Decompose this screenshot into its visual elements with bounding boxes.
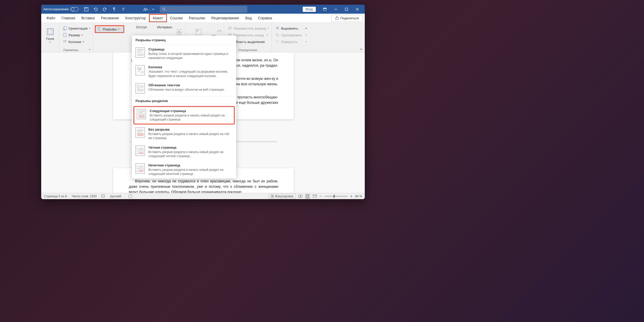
margins-icon bbox=[46, 28, 54, 36]
view-web-icon[interactable] bbox=[313, 194, 317, 198]
size-label: Размер bbox=[69, 33, 80, 37]
size-button[interactable]: Размер ▾ bbox=[61, 32, 90, 38]
svg-rect-7 bbox=[345, 8, 348, 11]
collapse-ribbon-icon[interactable] bbox=[360, 48, 363, 50]
page-setup-launcher[interactable]: ↘ bbox=[88, 48, 91, 51]
redo-icon[interactable] bbox=[100, 5, 109, 13]
tab-file[interactable]: Файл bbox=[43, 14, 58, 22]
tab-layout[interactable]: Макет bbox=[149, 14, 167, 22]
tab-design[interactable]: Конструктор bbox=[122, 14, 149, 22]
focus-icon bbox=[271, 195, 274, 198]
status-page[interactable]: Страница 5 из 6 bbox=[44, 194, 67, 198]
wrap-icon bbox=[216, 27, 223, 34]
autosave-label: Автосохранение bbox=[43, 7, 69, 11]
view-print-icon[interactable] bbox=[305, 194, 310, 199]
customize-qat-icon[interactable] bbox=[119, 5, 128, 13]
status-words[interactable]: Число слов: 1550 bbox=[72, 194, 97, 198]
textwrap-break-title: Обтекание текстом bbox=[148, 83, 233, 87]
next-page-break-desc: Вставить разрыв раздела и начать новый р… bbox=[150, 113, 231, 122]
orientation-label: Ориентация bbox=[69, 27, 88, 30]
svg-rect-11 bbox=[47, 29, 53, 35]
odd-page-break-icon: 13 bbox=[135, 163, 145, 174]
spellcheck-icon[interactable] bbox=[101, 194, 105, 198]
login-button[interactable]: Вход bbox=[303, 7, 316, 12]
zoom-out-button[interactable]: − bbox=[319, 194, 322, 199]
svg-rect-56 bbox=[137, 86, 140, 88]
zoom-slider[interactable] bbox=[324, 196, 348, 197]
maximize-button[interactable] bbox=[341, 5, 352, 13]
save-icon[interactable] bbox=[82, 5, 91, 13]
tab-draw[interactable]: Рисование bbox=[98, 14, 122, 22]
page-break-icon bbox=[135, 47, 145, 58]
zoom-level[interactable]: 84 % bbox=[355, 194, 362, 198]
dropdown-header-page-breaks: Разрывы страниц bbox=[132, 36, 236, 45]
tab-references[interactable]: Ссылки bbox=[167, 14, 186, 22]
search-input[interactable] bbox=[168, 7, 245, 11]
svg-point-2 bbox=[163, 8, 165, 10]
break-odd-page-item[interactable]: 13 Нечетная страницаВставить разрыв разд… bbox=[132, 161, 236, 179]
break-column-item[interactable]: КолонкаУказывает, что текст, следующий з… bbox=[132, 63, 236, 80]
share-button[interactable]: Поделиться bbox=[331, 15, 363, 22]
tab-insert[interactable]: Вставка bbox=[78, 14, 98, 22]
columns-icon bbox=[63, 40, 67, 44]
share-icon bbox=[335, 16, 339, 20]
svg-rect-26 bbox=[196, 30, 198, 31]
toggle-icon bbox=[70, 7, 79, 11]
page-break-desc: Выбор точки, в которой заканчивается одн… bbox=[148, 52, 233, 60]
bring-forward-button[interactable]: Переместить вперед ▾ bbox=[226, 25, 269, 31]
svg-rect-42 bbox=[307, 195, 309, 198]
undo-icon[interactable] bbox=[91, 5, 100, 13]
tab-help[interactable]: Справка bbox=[255, 14, 275, 22]
orientation-button[interactable]: Ориентация ▾ bbox=[61, 25, 90, 31]
textwrap-break-icon bbox=[135, 83, 145, 94]
break-even-page-item[interactable]: 24 Четная страницаВставить разрыв раздел… bbox=[132, 143, 236, 161]
break-textwrap-item[interactable]: Обтекание текстомОбтекание текста вокруг… bbox=[132, 81, 236, 96]
align-icon bbox=[275, 26, 279, 30]
autosave-toggle[interactable]: Автосохранение bbox=[43, 7, 79, 11]
bring-forward-icon bbox=[228, 26, 232, 30]
continuous-break-title: Без разрыва bbox=[148, 128, 233, 131]
break-page-item[interactable]: СтраницаВыбор точки, в которой заканчива… bbox=[132, 45, 236, 63]
svg-point-37 bbox=[129, 194, 132, 198]
doc-title: До… bbox=[143, 7, 151, 11]
view-read-icon[interactable] bbox=[298, 194, 302, 198]
search-icon bbox=[162, 7, 166, 11]
indent-label: Отступ bbox=[136, 25, 147, 29]
paragraph: Впрочем, он никогда не отдавался в плен … bbox=[129, 179, 278, 193]
position-icon bbox=[195, 28, 202, 36]
share-label: Поделиться bbox=[340, 16, 359, 20]
spacing-label: Интервал bbox=[157, 25, 172, 29]
tab-home[interactable]: Главная bbox=[58, 14, 78, 22]
align-button[interactable]: Выровнять ▾ bbox=[274, 25, 308, 31]
break-next-page-item[interactable]: Следующая страницаВставить разрыв раздел… bbox=[133, 106, 235, 124]
ribbon-tabs: Файл Главная Вставка Рисование Конструкт… bbox=[41, 14, 365, 23]
continuous-break-icon bbox=[135, 128, 145, 138]
close-button[interactable] bbox=[352, 5, 363, 13]
tab-mailings[interactable]: Рассылки bbox=[186, 14, 208, 22]
size-icon bbox=[63, 33, 67, 37]
svg-rect-1 bbox=[85, 7, 87, 9]
status-language[interactable]: русский bbox=[110, 194, 121, 198]
zoom-in-button[interactable]: + bbox=[350, 194, 352, 199]
rotate-icon bbox=[275, 40, 279, 44]
page-break-title: Страница bbox=[148, 47, 233, 51]
tab-review[interactable]: Рецензирование bbox=[208, 14, 242, 22]
paragraph-icon[interactable]: ¶ bbox=[109, 5, 119, 13]
breaks-button[interactable]: Разрывы ▾ bbox=[95, 25, 124, 33]
odd-page-break-desc: Вставить разрыв раздела и начать новый р… bbox=[148, 168, 233, 176]
next-page-break-title: Следующая страница bbox=[150, 109, 231, 113]
search-box[interactable] bbox=[160, 6, 247, 13]
rotate-label: Повернуть bbox=[281, 40, 298, 44]
minimize-button[interactable] bbox=[330, 5, 341, 13]
spinner-up[interactable]: ▲ bbox=[177, 29, 181, 33]
tab-view[interactable]: Вид bbox=[242, 14, 255, 22]
continuous-break-desc: Вставить разрыв раздела и начать новый р… bbox=[148, 132, 233, 140]
ribbon-display-icon[interactable] bbox=[319, 5, 330, 13]
focus-button[interactable]: Фокусировка bbox=[268, 194, 296, 199]
margins-button[interactable]: Поля bbox=[43, 24, 57, 47]
group-button[interactable]: Группировать ▾ bbox=[274, 32, 308, 38]
columns-button[interactable]: Колонки ▾ bbox=[61, 39, 90, 45]
accessibility-icon[interactable] bbox=[128, 194, 132, 198]
rotate-button[interactable]: Повернуть ▾ bbox=[274, 39, 308, 45]
break-continuous-item[interactable]: Без разрываВставить разрыв раздела и нач… bbox=[132, 125, 236, 143]
